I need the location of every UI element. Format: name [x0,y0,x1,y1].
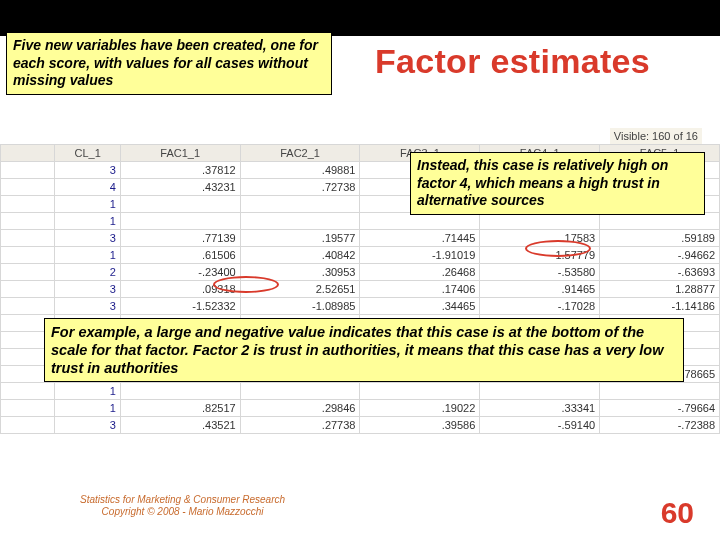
table-cell: -1.91019 [360,247,480,264]
table-cell: 1 [55,196,120,213]
top-bar [0,0,720,36]
col-header: FAC1_1 [120,145,240,162]
highlight-circle-factor4 [525,240,591,257]
table-cell [240,196,360,213]
table-cell: -.79664 [600,400,720,417]
col-header [1,145,55,162]
table-cell [240,213,360,230]
table-cell: 1 [55,383,120,400]
table-cell: .40842 [240,247,360,264]
table-cell: 1.28877 [600,281,720,298]
table-cell: 2 [55,264,120,281]
highlight-circle-factor2 [213,276,279,293]
table-cell [480,383,600,400]
table-cell: .19022 [360,400,480,417]
table-row: 2-.23400.30953.26468-.53580-.63693 [1,264,720,281]
table-cell: .19577 [240,230,360,247]
table-cell: 4 [55,179,120,196]
table-cell: 1 [55,400,120,417]
table-cell [1,264,55,281]
table-cell [360,213,480,230]
table-cell: 3 [55,417,120,434]
table-cell: 3 [55,162,120,179]
table-cell [120,383,240,400]
page-number: 60 [661,496,694,530]
table-cell: -.59140 [480,417,600,434]
table-cell: -.53580 [480,264,600,281]
table-cell [1,417,55,434]
table-cell: -1.52332 [120,298,240,315]
table-cell: -.63693 [600,264,720,281]
table-cell: .37812 [120,162,240,179]
table-cell: .72738 [240,179,360,196]
table-cell: 3 [55,281,120,298]
table-cell: .17406 [360,281,480,298]
table-cell [1,247,55,264]
footer-credits: Statistics for Marketing & Consumer Rese… [80,494,285,518]
slide-title: Factor estimates [375,42,650,81]
table-cell [120,196,240,213]
table-row: 1.61506.40842-1.910191.57779-.94662 [1,247,720,264]
col-header: CL_1 [55,145,120,162]
table-cell: .29846 [240,400,360,417]
table-cell: .77139 [120,230,240,247]
table-row: 1 [1,383,720,400]
table-cell: -.94662 [600,247,720,264]
table-cell [360,383,480,400]
footer-line2: Copyright © 2008 - Mario Mazzocchi [80,506,285,518]
table-cell: .27738 [240,417,360,434]
table-row: 3.43521.27738.39586-.59140-.72388 [1,417,720,434]
table-cell: -.17028 [480,298,600,315]
table-cell [120,213,240,230]
callout-example-explanation: For example, a large and negative value … [44,318,684,382]
table-cell: .61506 [120,247,240,264]
table-cell: .43231 [120,179,240,196]
table-cell [480,213,600,230]
table-cell: .39586 [360,417,480,434]
table-row: 3-1.52332-1.08985.34465-.17028-1.14186 [1,298,720,315]
table-cell: -1.08985 [240,298,360,315]
table-row: 3.77139.19577.71445.17583.59189 [1,230,720,247]
table-row: 1 [1,213,720,230]
table-row: 3.093182.52651.17406.914651.28877 [1,281,720,298]
table-cell: .82517 [120,400,240,417]
table-cell [1,230,55,247]
visible-count-label: Visible: 160 of 16 [610,128,702,144]
table-cell [1,400,55,417]
table-cell [240,383,360,400]
callout-factor4-high: Instead, this case is relatively high on… [410,152,705,215]
table-cell [1,298,55,315]
table-cell [1,281,55,298]
table-cell [1,162,55,179]
table-cell [1,213,55,230]
table-cell: .59189 [600,230,720,247]
callout-variables-created: Five new variables have been created, on… [6,32,332,95]
table-cell: .49881 [240,162,360,179]
table-cell: .71445 [360,230,480,247]
col-header: FAC2_1 [240,145,360,162]
table-cell: 3 [55,298,120,315]
table-cell: .34465 [360,298,480,315]
table-cell [1,383,55,400]
table-cell: 3 [55,230,120,247]
table-cell: .33341 [480,400,600,417]
table-cell: -1.14186 [600,298,720,315]
table-cell: -.72388 [600,417,720,434]
footer-line1: Statistics for Marketing & Consumer Rese… [80,494,285,506]
table-cell [600,213,720,230]
table-cell: 1 [55,247,120,264]
table-cell [1,179,55,196]
table-cell: .26468 [360,264,480,281]
table-cell [1,196,55,213]
table-cell: 1 [55,213,120,230]
table-cell: .91465 [480,281,600,298]
table-row: 1.82517.29846.19022.33341-.79664 [1,400,720,417]
table-cell: .43521 [120,417,240,434]
table-cell [600,383,720,400]
